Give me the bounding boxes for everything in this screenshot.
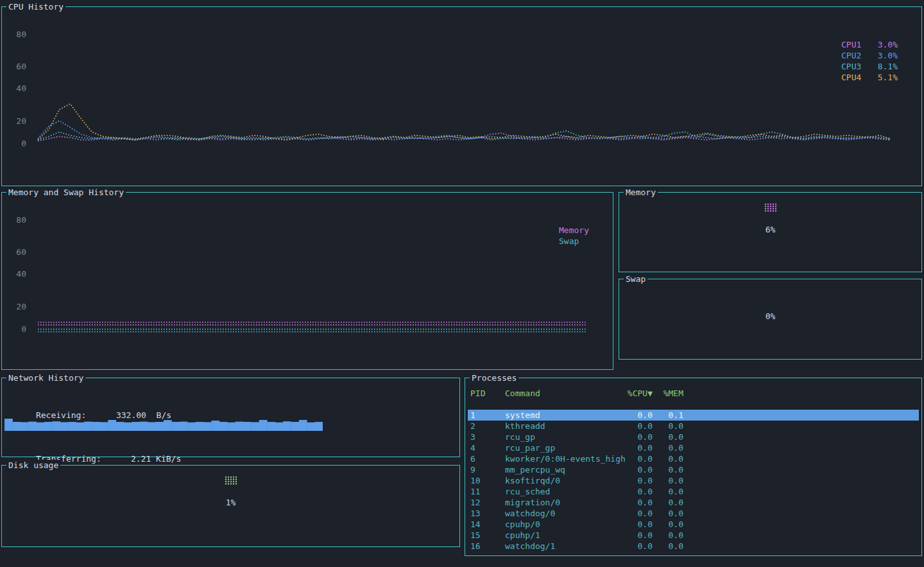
process-pid: 4 <box>470 442 505 453</box>
process-pid: 11 <box>470 486 505 497</box>
process-row[interactable]: 3rcu_gp0.00.0 <box>468 432 919 442</box>
legend-value: 8.1% <box>878 61 898 72</box>
process-cpu: 0.0 <box>624 541 653 552</box>
swap-usage-value: 0% <box>619 311 921 322</box>
system-monitor-screen: CPU History 80 60 40 20 0 CPU1 3.0% CPU2… <box>0 0 924 567</box>
process-row[interactable]: 13watchdog/00.00.0 <box>468 508 919 519</box>
memory-swap-history-chart <box>37 212 590 347</box>
header-mem[interactable]: %MEM <box>653 388 683 399</box>
cpu-history-panel: CPU History 80 60 40 20 0 CPU1 3.0% CPU2… <box>1 6 922 186</box>
process-row[interactable]: 14cpuhp/00.00.0 <box>468 519 919 530</box>
process-mem: 0.0 <box>653 421 683 432</box>
process-cmd: rcu_par_gp <box>505 442 624 453</box>
process-cmd: kthreadd <box>505 421 624 432</box>
process-rows: 1systemd0.00.12kthreadd0.00.03rcu_gp0.00… <box>468 410 919 552</box>
process-cmd: cpuhp/0 <box>505 519 624 530</box>
process-cmd: ksoftirqd/0 <box>505 475 624 486</box>
header-pid[interactable]: PID <box>470 388 505 399</box>
transferring-value: 2.21 KiB/s <box>131 454 181 464</box>
legend-label: CPU1 <box>841 39 861 50</box>
process-pid: 14 <box>470 519 505 530</box>
network-history-chart <box>4 414 323 432</box>
process-row[interactable]: 4rcu_par_gp0.00.0 <box>468 442 919 453</box>
legend-memory: Memory <box>559 225 589 236</box>
process-cpu: 0.0 <box>624 453 653 464</box>
legend-value: 3.0% <box>878 50 898 61</box>
swap-gauge-panel: Swap 0% <box>619 279 922 360</box>
process-row[interactable]: 11rcu_sched0.00.0 <box>468 486 919 497</box>
memory-swap-y-axis: 80 60 40 20 0 <box>12 193 26 369</box>
process-mem: 0.0 <box>653 432 683 442</box>
legend-cpu2: CPU2 3.0% <box>841 50 898 61</box>
process-row[interactable]: 12migration/00.00.0 <box>468 497 919 508</box>
process-pid: 13 <box>470 508 505 519</box>
process-cpu: 0.0 <box>624 464 653 475</box>
process-cmd: systemd <box>505 410 624 421</box>
transferring-line: Transferring:2.21 KiB/s <box>6 442 181 453</box>
process-cmd: rcu_gp <box>505 432 624 442</box>
process-pid: 9 <box>470 464 505 475</box>
cpu-legend: CPU1 3.0% CPU2 3.0% CPU3 8.1% CPU4 5.1% <box>841 39 898 83</box>
network-history-panel: Network History Receiving:332.00 B/s Tot… <box>1 378 460 457</box>
process-cmd: kworker/0:0H-events_high <box>505 453 624 464</box>
process-cpu: 0.0 <box>624 530 653 541</box>
legend-cpu3: CPU3 8.1% <box>841 61 898 72</box>
process-row[interactable]: 6kworker/0:0H-events_high0.00.0 <box>468 453 919 464</box>
header-cpu-sort[interactable]: %CPU▼ <box>624 388 653 399</box>
disk-usage-value: 1% <box>2 497 459 508</box>
tick-label: 60 <box>16 61 26 72</box>
process-row[interactable]: 10ksoftirqd/00.00.0 <box>468 475 919 486</box>
memory-gauge-panel: Memory 6% <box>619 192 922 272</box>
process-cpu: 0.0 <box>624 497 653 508</box>
header-command[interactable]: Command <box>505 388 624 399</box>
process-mem: 0.0 <box>653 464 683 475</box>
tick-label: 60 <box>16 247 26 257</box>
process-row[interactable]: 2kthreadd0.00.0 <box>468 421 919 432</box>
process-cpu: 0.0 <box>624 519 653 530</box>
process-mem: 0.0 <box>653 530 683 541</box>
process-pid: 12 <box>470 497 505 508</box>
process-cmd: rcu_sched <box>505 486 624 497</box>
process-mem: 0.0 <box>653 475 683 486</box>
process-pid: 3 <box>470 432 505 442</box>
legend-cpu4: CPU4 5.1% <box>841 72 898 83</box>
process-pid: 16 <box>470 541 505 552</box>
process-cmd: watchdog/0 <box>505 508 624 519</box>
memory-swap-legend: Memory Swap <box>559 225 589 247</box>
process-row[interactable]: 16watchdog/10.00.0 <box>468 541 919 552</box>
processes-panel: Processes PID Command %CPU▼ %MEM 1system… <box>465 378 922 556</box>
tick-label: 20 <box>16 116 26 126</box>
process-row[interactable]: 9mm_percpu_wq0.00.0 <box>468 464 919 475</box>
legend-label: CPU4 <box>841 72 861 83</box>
process-cpu: 0.0 <box>624 410 653 421</box>
process-mem: 0.0 <box>653 541 683 552</box>
process-cpu: 0.0 <box>624 421 653 432</box>
process-mem: 0.0 <box>653 442 683 453</box>
process-mem: 0.0 <box>653 519 683 530</box>
process-cpu: 0.0 <box>624 508 653 519</box>
process-mem: 0.0 <box>653 497 683 508</box>
process-table-header: PID Command %CPU▼ %MEM <box>468 388 919 399</box>
memory-gauge-title: Memory <box>624 187 658 198</box>
memory-swap-history-panel: Memory and Swap History 80 60 40 20 0 Me… <box>1 192 613 370</box>
memory-usage-dots-icon <box>764 203 777 213</box>
process-row[interactable]: 15cpuhp/10.00.0 <box>468 530 919 541</box>
cpu-y-axis: 80 60 40 20 0 <box>12 7 26 186</box>
tick-label: 0 <box>21 324 26 335</box>
tick-label: 20 <box>16 301 26 312</box>
legend-value: 5.1% <box>878 72 898 83</box>
disk-usage-dots-icon <box>225 476 237 485</box>
process-row[interactable]: 1systemd0.00.1 <box>468 410 919 421</box>
legend-value: 3.0% <box>878 39 898 50</box>
processes-title: Processes <box>470 372 518 383</box>
tick-label: 0 <box>21 138 26 149</box>
network-history-title: Network History <box>6 372 85 383</box>
process-pid: 15 <box>470 530 505 541</box>
legend-label: CPU2 <box>841 50 861 61</box>
tick-label: 80 <box>16 214 26 225</box>
process-cmd: mm_percpu_wq <box>505 464 624 475</box>
process-mem: 0.0 <box>653 453 683 464</box>
process-mem: 0.1 <box>653 410 683 421</box>
process-cmd: cpuhp/1 <box>505 530 624 541</box>
cpu-history-chart <box>37 26 893 155</box>
